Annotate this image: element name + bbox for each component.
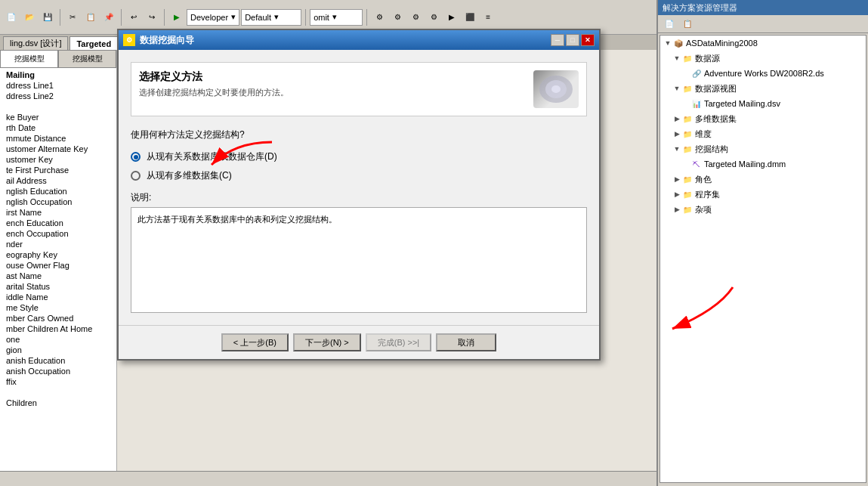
tab-dsv[interactable]: ling.dsv [设计] bbox=[3, 36, 68, 50]
assemblies-expander[interactable]: ▶ bbox=[672, 190, 681, 199]
toolbar-btn-redo[interactable]: ↪ bbox=[144, 9, 160, 26]
solution-explorer-title: 解决方案资源管理器 bbox=[658, 0, 868, 15]
toolbar-dropdown-omit[interactable]: omit ▾ bbox=[310, 9, 363, 26]
tree-misc[interactable]: ▶ 📁 杂项 bbox=[660, 202, 866, 217]
finish-button[interactable]: 完成(B) >>| bbox=[366, 333, 431, 351]
toolbar-btn-open[interactable]: 📂 bbox=[21, 9, 38, 26]
mining-struct-expander[interactable]: ▼ bbox=[672, 144, 681, 153]
field-email[interactable]: ail Address bbox=[0, 175, 116, 186]
field-en-edu[interactable]: nglish Education bbox=[0, 186, 116, 197]
field-addr1[interactable]: ddress Line1 bbox=[0, 80, 116, 91]
dialog-close-btn[interactable]: ✕ bbox=[581, 34, 595, 46]
radio-input-2[interactable] bbox=[131, 171, 141, 181]
toolbar-btn-new[interactable]: 📄 bbox=[3, 9, 20, 26]
data-mining-wizard-dialog: ⚙ 数据挖掘向导 ─ □ ✕ 选择定义方法 选择创建挖掘结构定义时要使用的方法。 bbox=[117, 29, 601, 361]
toolbar-btn-copy[interactable]: 📋 bbox=[82, 9, 99, 26]
field-geo-key[interactable]: eography Key bbox=[0, 249, 116, 260]
toolbar-btn-extra5[interactable]: ▶ bbox=[443, 9, 460, 26]
dialog-question: 使用何种方法定义挖掘结构? bbox=[131, 128, 587, 141]
next-button[interactable]: 下一步(N) > bbox=[293, 333, 361, 351]
field-fr-occ[interactable]: ench Occupation bbox=[0, 228, 116, 239]
field-name-style[interactable]: me Style bbox=[0, 302, 116, 313]
field-children[interactable]: Children bbox=[0, 398, 116, 408]
tree-roles[interactable]: ▶ 📁 角色 bbox=[660, 172, 866, 187]
dsv-expander[interactable]: ▼ bbox=[672, 84, 681, 93]
root-expander[interactable]: ▼ bbox=[663, 39, 672, 48]
toolbar-btn-cut[interactable]: ✂ bbox=[64, 9, 81, 26]
tree-datasources[interactable]: ▼ 📁 数据源 bbox=[660, 51, 866, 66]
root-icon: 📦 bbox=[672, 37, 684, 49]
tree-aw-ds[interactable]: ─ 🔗 Adventure Works DW2008R2.ds bbox=[660, 66, 866, 81]
left-tab-mining-model2[interactable]: 挖掘模型 bbox=[58, 50, 116, 68]
multidim-expander[interactable]: ▶ bbox=[672, 114, 681, 123]
tdsv-icon: 📊 bbox=[690, 98, 703, 110]
field-mailing[interactable]: Mailing bbox=[0, 70, 116, 80]
field-sp-occ[interactable]: anish Occupation bbox=[0, 366, 116, 376]
field-phone[interactable]: one bbox=[0, 334, 116, 345]
cancel-button[interactable]: 取消 bbox=[436, 333, 496, 351]
field-first-purchase[interactable]: te First Purchase bbox=[0, 165, 116, 175]
field-suffix[interactable]: ffix bbox=[0, 376, 116, 387]
toolbar-btn-undo[interactable]: ↩ bbox=[125, 9, 142, 26]
field-last-name[interactable]: ast Name bbox=[0, 271, 116, 281]
field-sp-edu[interactable]: anish Education bbox=[0, 355, 116, 366]
back-button[interactable]: < 上一步(B) bbox=[221, 333, 289, 351]
toolbar-btn-save[interactable]: 💾 bbox=[39, 9, 56, 26]
solution-explorer-panel: 解决方案资源管理器 📄 📋 ▼ 📦 ASDataMining2008 ▼ 📁 数… bbox=[656, 0, 868, 486]
field-cust-key[interactable]: ustomer Key bbox=[0, 154, 116, 165]
description-label: 说明: bbox=[131, 191, 587, 204]
toolbar-btn-extra7[interactable]: ≡ bbox=[480, 9, 496, 26]
tree-multidim-label: 多维数据集 bbox=[695, 113, 737, 125]
field-region[interactable]: gion bbox=[0, 345, 116, 355]
field-num-cars[interactable]: mber Cars Owned bbox=[0, 313, 116, 323]
toolbar-btn-debug-start[interactable]: ▶ bbox=[168, 9, 185, 26]
description-box: 此方法基于现有关系数据库中的表和列定义挖掘结构。 bbox=[131, 207, 587, 313]
field-cust-alt-key[interactable]: ustomer Alternate Key bbox=[0, 144, 116, 154]
sol-btn-1[interactable]: 📄 bbox=[661, 16, 678, 33]
field-commute[interactable]: mmute Distance bbox=[0, 133, 116, 144]
tdsv-expander: ─ bbox=[681, 99, 690, 108]
toolbar-btn-extra2[interactable]: ⚙ bbox=[389, 9, 406, 26]
toolbar-btn-extra4[interactable]: ⚙ bbox=[425, 9, 442, 26]
misc-expander[interactable]: ▶ bbox=[672, 205, 681, 214]
tree-dsv[interactable]: ▼ 📁 数据源视图 bbox=[660, 81, 866, 96]
tree-assemblies[interactable]: ▶ 📁 程序集 bbox=[660, 187, 866, 202]
tree-targeted-dmm[interactable]: ─ ⛏ Targeted Mailing.dmm bbox=[660, 156, 866, 172]
field-gender[interactable]: nder bbox=[0, 239, 116, 249]
field-birth-date[interactable]: rth Date bbox=[0, 122, 116, 133]
radio-option-2[interactable]: 从现有多维数据集(C) bbox=[131, 169, 587, 182]
tree-multidim[interactable]: ▶ 📁 多维数据集 bbox=[660, 111, 866, 126]
dimensions-expander[interactable]: ▶ bbox=[672, 129, 681, 138]
roles-expander[interactable]: ▶ bbox=[672, 175, 681, 184]
dialog-header-section: 选择定义方法 选择创建挖掘结构定义时要使用的方法。 bbox=[131, 62, 587, 116]
radio-option-1[interactable]: 从现有关系数据库或数据仓库(D) bbox=[131, 150, 587, 163]
field-list: Mailing ddress Line1 ddress Line2 ke Buy… bbox=[0, 68, 116, 486]
dialog-minimize-btn[interactable]: ─ bbox=[551, 34, 564, 46]
field-marital[interactable]: arital Status bbox=[0, 281, 116, 292]
field-num-children[interactable]: mber Children At Home bbox=[0, 323, 116, 334]
field-fr-edu[interactable]: ench Education bbox=[0, 218, 116, 228]
tab-targeted[interactable]: Targeted bbox=[70, 36, 118, 50]
sol-btn-2[interactable]: 📋 bbox=[679, 16, 696, 33]
toolbar-dropdown-default[interactable]: Default ▾ bbox=[241, 9, 301, 26]
toolbar-btn-extra6[interactable]: ⬛ bbox=[462, 9, 478, 26]
field-middle-name[interactable]: iddle Name bbox=[0, 292, 116, 302]
tree-root[interactable]: ▼ 📦 ASDataMining2008 bbox=[660, 36, 866, 51]
datasources-expander[interactable]: ▼ bbox=[672, 54, 681, 63]
field-addr2[interactable]: ddress Line2 bbox=[0, 91, 116, 101]
field-bike-buyer[interactable]: ke Buyer bbox=[0, 112, 116, 122]
field-house-flag[interactable]: ouse Owner Flag bbox=[0, 260, 116, 271]
field-en-occ[interactable]: nglish Occupation bbox=[0, 197, 116, 207]
toolbar-btn-extra1[interactable]: ⚙ bbox=[371, 9, 388, 26]
field-first-name[interactable]: irst Name bbox=[0, 207, 116, 218]
toolbar-dropdown-developer[interactable]: Developer ▾ bbox=[187, 9, 239, 26]
tree-dimensions[interactable]: ▶ 📁 维度 bbox=[660, 126, 866, 141]
toolbar-btn-paste[interactable]: 📌 bbox=[100, 9, 117, 26]
tree-mining-struct[interactable]: ▼ 📁 挖掘结构 bbox=[660, 141, 866, 156]
toolbar-btn-extra3[interactable]: ⚙ bbox=[407, 9, 424, 26]
tree-targeted-dsv[interactable]: ─ 📊 Targeted Mailing.dsv bbox=[660, 96, 866, 111]
dialog-maximize-btn[interactable]: □ bbox=[566, 34, 579, 46]
radio-input-1[interactable] bbox=[131, 152, 141, 162]
left-tab-mining-model[interactable]: 挖掘模型 bbox=[0, 50, 58, 68]
radio-label-1: 从现有关系数据库或数据仓库(D) bbox=[147, 150, 277, 163]
